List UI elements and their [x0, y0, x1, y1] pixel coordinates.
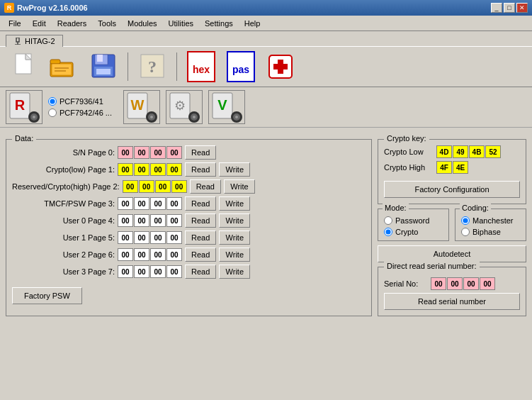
cryptohigh-read-button[interactable]: Read [190, 179, 221, 194]
user2-byte0[interactable]: 00 [118, 248, 133, 261]
tmcfpsw-write-button[interactable]: Write [219, 196, 250, 211]
user3-read-button[interactable]: Read [185, 265, 216, 279]
cryptolow-byte3[interactable]: 00 [166, 163, 182, 176]
cl-byte0[interactable]: 4D [436, 145, 452, 158]
help-button[interactable]: ? [134, 50, 171, 84]
pcf7936-radio[interactable] [48, 97, 57, 106]
app-icon: R [4, 3, 14, 13]
ch-byte0[interactable]: 4F [436, 161, 452, 174]
snpage0-read-button[interactable]: Read [185, 145, 216, 160]
tmcfpsw-byte3[interactable]: 00 [166, 197, 182, 210]
user0-read-button[interactable]: Read [185, 213, 216, 228]
read-serial-button[interactable]: Read serial number [384, 293, 520, 310]
user1-read-button[interactable]: Read [185, 230, 216, 245]
save-file-button[interactable] [85, 50, 122, 84]
factory-psw-button[interactable]: Factory PSW [12, 287, 82, 304]
write-icon-button[interactable]: W [123, 90, 160, 124]
user2-byte2[interactable]: 00 [150, 248, 166, 261]
user1-row: User 1 Page 5: 00 00 00 00 Read Write [12, 230, 366, 245]
user3-write-button[interactable]: Write [219, 265, 250, 279]
cl-byte2[interactable]: 4B [469, 145, 485, 158]
close-button[interactable]: ✕ [516, 3, 528, 13]
menu-utilities[interactable]: Utilities [163, 18, 199, 29]
snpage0-byte0[interactable]: 00 [118, 146, 133, 159]
biphase-radio[interactable] [461, 228, 470, 236]
user1-bytes: 00 00 00 00 [118, 231, 182, 244]
tmcfpsw-byte0[interactable]: 00 [118, 197, 133, 210]
cryptolow-write-button[interactable]: Write [219, 162, 250, 177]
maximize-button[interactable]: □ [504, 3, 515, 13]
password-view-button[interactable]: pas [222, 50, 259, 84]
user0-write-button[interactable]: Write [219, 213, 250, 228]
user3-byte3[interactable]: 00 [166, 265, 182, 278]
user2-byte1[interactable]: 00 [134, 248, 149, 261]
user1-byte3[interactable]: 00 [166, 231, 182, 244]
menu-file[interactable]: File [3, 18, 27, 29]
minimize-button[interactable]: _ [491, 3, 502, 13]
menu-readers[interactable]: Readers [52, 18, 93, 29]
cl-byte1[interactable]: 49 [453, 145, 468, 158]
user2-read-button[interactable]: Read [185, 248, 216, 262]
svg-text:R: R [15, 97, 26, 113]
verify-icon-button[interactable]: V [208, 90, 245, 124]
serial-byte0[interactable]: 00 [431, 277, 446, 290]
menu-settings[interactable]: Settings [199, 18, 239, 29]
snpage0-byte3[interactable]: 00 [166, 146, 182, 159]
user2-byte3[interactable]: 00 [166, 248, 182, 261]
tmcfpsw-byte1[interactable]: 00 [134, 197, 149, 210]
cryptohigh-byte0[interactable]: 00 [123, 180, 138, 193]
hex-view-button[interactable]: hex [183, 50, 220, 84]
password-radio[interactable] [384, 216, 392, 225]
cryptolow-byte2[interactable]: 00 [150, 163, 166, 176]
user0-byte0[interactable]: 00 [118, 214, 133, 227]
cl-byte3[interactable]: 52 [485, 145, 501, 158]
snpage0-byte2[interactable]: 00 [150, 146, 166, 159]
read-icon-button[interactable]: R [6, 90, 43, 124]
ch-byte1[interactable]: 4E [453, 161, 468, 174]
serial-byte1[interactable]: 00 [447, 277, 463, 290]
open-file-button[interactable] [45, 50, 82, 84]
hitag2-tab[interactable]: HITAG-2 [6, 35, 63, 47]
user2-write-button[interactable]: Write [219, 248, 250, 262]
menu-modules[interactable]: Modules [122, 18, 163, 29]
cryptolow-byte1[interactable]: 00 [134, 163, 149, 176]
tmcfpsw-read-button[interactable]: Read [185, 196, 216, 211]
firstaid-button[interactable] [262, 50, 299, 84]
user1-byte2[interactable]: 00 [150, 231, 166, 244]
password-label: Password [395, 216, 429, 225]
factory-config-button[interactable]: Factory Configuration [384, 181, 520, 198]
new-file-button[interactable] [6, 50, 43, 84]
cryptohigh-write-button[interactable]: Write [224, 179, 255, 194]
user3-byte0[interactable]: 00 [118, 265, 133, 278]
crypto-radio[interactable] [384, 228, 392, 236]
cryptolow-byte0[interactable]: 00 [118, 163, 133, 176]
menu-edit[interactable]: Edit [27, 18, 52, 29]
cryptohigh-byte1[interactable]: 00 [139, 180, 154, 193]
cryptolow-row: Crypto(low) Page 1: 00 00 00 00 Read Wri… [12, 162, 366, 177]
cryptohigh-bytes: 00 00 00 00 [123, 180, 187, 193]
user3-byte2[interactable]: 00 [150, 265, 166, 278]
serial-byte2[interactable]: 00 [463, 277, 479, 290]
serial-no-label: Serial No: [384, 279, 426, 288]
user1-byte0[interactable]: 00 [118, 231, 133, 244]
manchester-radio[interactable] [461, 216, 470, 225]
user3-byte1[interactable]: 00 [134, 265, 149, 278]
pcf7942-radio[interactable] [48, 109, 57, 117]
menu-help[interactable]: Help [239, 18, 266, 29]
user1-byte1[interactable]: 00 [134, 231, 149, 244]
autodetect-button[interactable]: Autodetect [378, 245, 526, 262]
help-icon: ? [139, 52, 166, 81]
config-icon-button[interactable]: ⚙ [166, 90, 203, 124]
user0-byte2[interactable]: 00 [150, 214, 166, 227]
cryptohigh-byte3[interactable]: 00 [171, 180, 187, 193]
user0-byte1[interactable]: 00 [134, 214, 149, 227]
snpage0-byte1[interactable]: 00 [134, 146, 149, 159]
menu-tools[interactable]: Tools [92, 18, 122, 29]
cryptolow-read-button[interactable]: Read [185, 162, 216, 177]
user0-byte3[interactable]: 00 [166, 214, 182, 227]
serial-byte3[interactable]: 00 [480, 277, 495, 290]
save-file-icon [90, 52, 117, 81]
tmcfpsw-byte2[interactable]: 00 [150, 197, 166, 210]
cryptohigh-byte2[interactable]: 00 [155, 180, 171, 193]
user1-write-button[interactable]: Write [219, 230, 250, 245]
